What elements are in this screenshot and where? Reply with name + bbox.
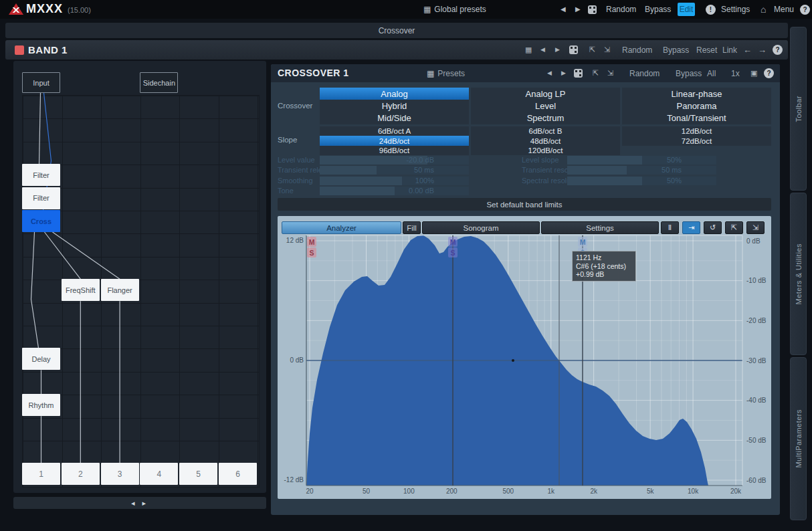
option-6dboctb[interactable]: 6dB/oct B [471,126,620,136]
node-filter[interactable]: Filter [22,187,60,209]
option-midside[interactable]: Mid/Side [320,112,469,124]
crossover-window-tab[interactable]: Crossover [5,23,788,38]
tooltip-note: C#6 (+18 cents) [576,262,632,271]
next-icon[interactable]: ▶ [561,70,566,76]
next-icon[interactable]: ▶ [555,46,560,53]
prev-preset-button[interactable]: ◀ [561,5,566,13]
option-120dboct[interactable]: 120dB/oct [471,146,620,155]
param-slider-fill [320,187,395,195]
node-1[interactable]: 1 [22,463,60,485]
settings-button[interactable]: Settings [721,5,750,14]
band-color-swatch[interactable] [15,45,24,55]
param-value: 100% [415,177,434,185]
param-value: -20.0 dB [406,156,434,165]
handle-letter: S [309,249,314,257]
option-level[interactable]: Level [471,100,620,112]
cx-random-button[interactable]: Random [629,69,659,78]
mxxx-window: MXXX (15.00) ▦Global presets ◀ ▶ Random … [0,0,812,531]
option-72dboct[interactable]: 72dB/oct [622,136,771,145]
crossover-row-label: Crossover [278,102,312,110]
option-6dbocta[interactable]: 6dB/oct A [320,126,469,136]
node-flanger[interactable]: Flanger [101,279,139,301]
node-5[interactable]: 5 [179,463,217,485]
node-freqshift[interactable]: FreqShift [62,279,100,301]
option-12dboct[interactable]: 12dB/oct [622,126,771,136]
crossover-tab-label: Crossover [379,26,415,35]
right-db-label: -10 dB [746,277,767,284]
paste-icon[interactable]: ⇱ [589,45,595,54]
sidebar-tab-multiparameters[interactable]: MultiParameters [790,357,807,520]
frequency-tooltip: 1121 Hz C#6 (+18 cents) +0.99 dB [572,251,636,282]
right-db-label: -20 dB [746,317,767,324]
copy-icon[interactable]: ⇲ [604,45,610,54]
option-tonaltransient[interactable]: Tonal/Transient [622,112,771,124]
right-db-label: -60 dB [746,477,767,484]
freq-label: 20 [306,488,314,495]
cx-bypass-button[interactable]: Bypass [676,69,702,78]
param-slider: 50 ms [567,166,716,175]
option-linearphase[interactable]: Linear-phase [622,88,771,100]
global-presets-button[interactable]: ▦Global presets [423,5,486,14]
help-icon[interactable]: ? [773,45,783,55]
randomize-dice-icon[interactable] [569,45,578,54]
random-button[interactable]: Random [606,5,636,14]
cx-all-button[interactable]: All [707,69,716,78]
node-delay[interactable]: Delay [22,348,60,370]
param-value: 50 ms [414,166,434,175]
alert-icon[interactable]: ! [706,5,716,15]
next-preset-button[interactable]: ▶ [575,5,581,13]
option-hybrid[interactable]: Hybrid [320,100,469,112]
node-4[interactable]: 4 [140,463,178,485]
option-24dboct[interactable]: 24dB/oct [320,136,469,145]
edit-button[interactable]: Edit [678,3,695,16]
slope-row-label: Slope [278,136,297,144]
option-96dboct[interactable]: 96dB/oct [320,146,469,155]
title-bar: MXXX (15.00) ▦Global presets ◀ ▶ Random … [0,0,812,19]
cx-zoom-button[interactable]: 1x [731,69,740,78]
band-reset-button[interactable]: Reset [696,45,717,55]
help-icon[interactable]: ? [764,68,774,78]
melda-logo-icon [9,3,23,15]
node-filter[interactable]: Filter [22,164,60,186]
randomize-dice-icon[interactable] [588,5,597,14]
grid-icon[interactable]: ▦ [525,45,532,54]
node-rhythm[interactable]: Rhythm [22,394,60,416]
band-bypass-button[interactable]: Bypass [663,45,689,55]
param-slider-fill [567,177,642,185]
option-analog[interactable]: Analog [320,88,469,100]
node-2[interactable]: 2 [62,463,100,485]
sidebar-tab-metersutilities[interactable]: Meters & Utilities [790,193,807,355]
fwd-arrow-icon[interactable]: → [758,45,767,55]
option-48dboct[interactable]: 48dB/oct [471,136,620,145]
option-analoglp[interactable]: Analog LP [471,88,620,100]
routing-scrollbar[interactable]: ◂ ▸ [13,497,266,509]
param-slider-fill [320,177,402,185]
menu-button[interactable]: Menu [774,5,794,14]
copy-icon[interactable]: ⇲ [607,69,613,78]
prev-icon[interactable]: ◀ [547,70,552,76]
spectrum-graph[interactable]: MSMSMS12 dB0 dB-12 dB0 dB-10 dB-20 dB-30… [278,216,771,499]
paste-icon[interactable]: ⇱ [593,69,599,78]
node-sidechain[interactable]: Sidechain [140,72,178,93]
node-input[interactable]: Input [22,72,60,93]
bypass-button[interactable]: Bypass [645,5,671,14]
randomize-dice-icon[interactable] [574,69,583,78]
option-spectrum[interactable]: Spectrum [471,112,620,124]
band-link-button[interactable]: Link [722,45,737,55]
back-arrow-icon[interactable]: ← [743,45,752,55]
param-value: 0.00 dB [409,187,434,195]
prev-icon[interactable]: ◀ [540,46,545,53]
freq-label: 100 [403,488,415,495]
help-icon[interactable]: ? [800,5,810,15]
presets-button[interactable]: ▦Presets [427,69,465,78]
band-title: BAND 1 [28,44,68,56]
node-cross[interactable]: Cross [22,210,60,232]
node-3[interactable]: 3 [101,463,139,485]
node-6[interactable]: 6 [219,463,257,485]
detach-window-icon[interactable]: ▣ [750,69,757,78]
option-panorama[interactable]: Panorama [622,100,771,112]
sidebar-tab-toolbar[interactable]: Toolbar [790,27,807,191]
band-random-button[interactable]: Random [622,45,652,55]
set-default-band-limits-button[interactable]: Set default band limits [278,198,771,211]
home-icon[interactable]: ⌂ [760,4,766,15]
